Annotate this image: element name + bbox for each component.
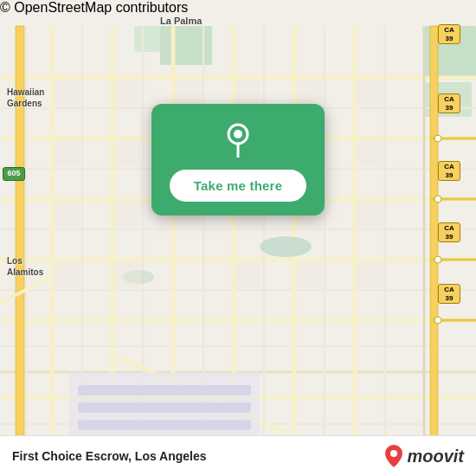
moovit-pin-icon xyxy=(384,445,403,467)
svg-rect-37 xyxy=(78,385,251,396)
svg-point-78 xyxy=(390,450,397,457)
location-name: First Choice Escrow, Los Angeles xyxy=(12,449,207,463)
map-container: La Palma HawaiianGardens LosAlamitos CA3… xyxy=(0,0,476,476)
svg-rect-57 xyxy=(54,201,80,227)
los-alamitos-label: LosAlamitos xyxy=(7,255,43,278)
svg-rect-43 xyxy=(430,26,438,450)
svg-rect-66 xyxy=(296,261,322,287)
svg-rect-45 xyxy=(54,80,80,106)
svg-point-73 xyxy=(434,196,441,203)
svg-rect-48 xyxy=(235,80,261,106)
svg-rect-50 xyxy=(357,80,383,106)
take-me-there-popup[interactable]: Take me there xyxy=(151,104,325,215)
moovit-logo-text: moovit xyxy=(407,447,464,466)
svg-rect-62 xyxy=(357,201,383,227)
take-me-there-button[interactable]: Take me there xyxy=(170,170,306,202)
svg-rect-56 xyxy=(357,140,383,166)
svg-rect-39 xyxy=(78,420,251,430)
svg-point-74 xyxy=(434,256,441,263)
svg-rect-67 xyxy=(357,261,383,287)
svg-rect-2 xyxy=(134,26,160,52)
svg-rect-58 xyxy=(114,201,140,227)
svg-rect-63 xyxy=(54,261,80,287)
svg-point-77 xyxy=(234,130,242,138)
ca39-badge-5: CA39 xyxy=(438,284,460,304)
ca39-badge-1: CA39 xyxy=(438,24,460,44)
la-palma-label: La Palma xyxy=(160,16,202,26)
ca39-badge-3: CA39 xyxy=(438,161,460,181)
location-info: First Choice Escrow, Los Angeles xyxy=(12,449,207,463)
hawaiian-gardens-label: HawaiianGardens xyxy=(7,87,44,109)
ca39-badge-4: CA39 xyxy=(438,222,460,242)
svg-rect-49 xyxy=(296,80,322,106)
svg-point-41 xyxy=(260,236,312,257)
moovit-logo: moovit xyxy=(384,445,464,467)
svg-rect-52 xyxy=(114,140,140,166)
svg-rect-38 xyxy=(78,402,251,413)
svg-rect-64 xyxy=(114,261,140,287)
svg-point-72 xyxy=(434,135,441,142)
route-605-badge: 605 xyxy=(3,167,25,181)
location-pin-icon xyxy=(219,119,257,158)
bottom-bar: First Choice Escrow, Los Angeles moovit xyxy=(0,435,476,476)
svg-rect-51 xyxy=(54,140,80,166)
svg-rect-46 xyxy=(114,80,140,106)
svg-rect-65 xyxy=(235,261,261,287)
ca39-badge-2: CA39 xyxy=(438,93,460,113)
map-background xyxy=(0,0,476,476)
svg-point-75 xyxy=(434,317,441,324)
svg-rect-47 xyxy=(175,80,201,106)
